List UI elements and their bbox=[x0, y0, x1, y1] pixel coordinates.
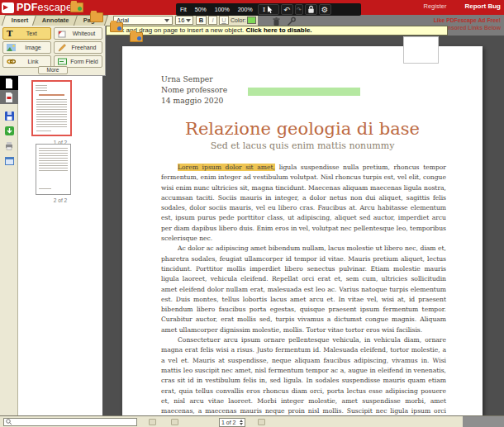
search-input[interactable] bbox=[14, 419, 135, 425]
tab-annotate[interactable]: Annotate bbox=[32, 15, 79, 26]
author-line: Urna Semper bbox=[161, 74, 227, 84]
register-link[interactable]: Register bbox=[424, 2, 447, 10]
document-body: Lorem ipsum dolor sit amet, ligula suspe… bbox=[161, 163, 446, 427]
text-tool-icon: T bbox=[7, 30, 12, 38]
insert-tool-palette: TText Whiteout Image Freehand Link Form … bbox=[0, 26, 106, 76]
zoom-100-button[interactable]: 100% bbox=[211, 3, 234, 16]
settings-gear-icon[interactable]: ⚙ bbox=[319, 4, 331, 15]
resize-corner bbox=[463, 416, 504, 427]
image-tool-button[interactable]: Image bbox=[2, 41, 51, 54]
thumbnail-label: 2 of 2 bbox=[18, 197, 102, 203]
author-line: Nome professore bbox=[161, 84, 227, 95]
paragraph: Ac dolor ac adipiscing amet bibendum nul… bbox=[161, 244, 446, 335]
thumb-content bbox=[36, 99, 67, 127]
page-thumbnail-2[interactable] bbox=[36, 144, 71, 195]
page-icon bbox=[5, 78, 13, 88]
chevron-down-icon bbox=[186, 19, 191, 22]
search-prev-button[interactable] bbox=[149, 419, 156, 425]
ad-placeholder bbox=[403, 36, 439, 64]
thumb-content bbox=[39, 188, 51, 191]
more-tools-button[interactable]: More bbox=[38, 66, 68, 74]
disable-hint-link[interactable]: Click here to disable. bbox=[246, 26, 312, 34]
text-tool-button[interactable]: TText bbox=[2, 27, 51, 40]
freehand-tool-button[interactable]: Freehand bbox=[54, 41, 102, 54]
form-field-icon bbox=[58, 58, 67, 65]
bold-button[interactable]: B bbox=[196, 16, 207, 25]
download-icon bbox=[5, 126, 14, 135]
window-icon bbox=[5, 157, 14, 165]
go-to-page-button[interactable] bbox=[258, 419, 265, 425]
paragraph: Consectetuer arcu ipsum ornare pellentes… bbox=[161, 335, 446, 427]
yellow-highlight-annotation[interactable]: Lorem ipsum dolor sit amet, bbox=[178, 164, 275, 171]
text-cursor-icon: I bbox=[263, 7, 265, 13]
save-button[interactable] bbox=[0, 109, 18, 123]
pdf-page-icon bbox=[5, 93, 13, 102]
search-next-button[interactable] bbox=[171, 419, 178, 425]
font-size-select[interactable]: 16 bbox=[175, 16, 193, 25]
brand-name: PDFescape bbox=[17, 2, 72, 13]
chevron-down-icon bbox=[164, 19, 169, 22]
pdf-view-button[interactable] bbox=[0, 90, 18, 104]
spinner-arrows-icon[interactable] bbox=[240, 420, 243, 425]
thumb-content bbox=[36, 85, 47, 92]
color-label: Color: bbox=[231, 17, 246, 23]
pointer-cursor-icon bbox=[267, 6, 273, 14]
underline-button[interactable]: U bbox=[219, 16, 229, 25]
link-icon bbox=[7, 58, 16, 65]
notification-bar: Click and drag on page to insert a new o… bbox=[106, 26, 448, 36]
zoom-fit-button[interactable]: Fit bbox=[176, 3, 191, 16]
print-button[interactable] bbox=[0, 139, 18, 153]
page-select[interactable]: 1 of 2 bbox=[219, 418, 245, 427]
printer-icon bbox=[4, 141, 14, 150]
logo: PDFescape bbox=[2, 1, 72, 14]
lock-icon[interactable] bbox=[305, 4, 317, 15]
badge bbox=[117, 26, 121, 31]
badge bbox=[78, 7, 82, 11]
save-floppy-icon bbox=[5, 111, 14, 121]
pdfescape-logo-icon bbox=[2, 2, 14, 13]
redo-icon[interactable]: ↷ bbox=[295, 4, 303, 15]
search-icon bbox=[6, 419, 12, 425]
download-button[interactable] bbox=[0, 124, 18, 138]
image-icon bbox=[7, 44, 16, 51]
folder-share-icon[interactable] bbox=[130, 32, 143, 42]
page-thumbnail-1[interactable] bbox=[31, 80, 72, 136]
paragraph: Lorem ipsum dolor sit amet, ligula suspe… bbox=[161, 163, 446, 244]
zoom-toolbar: Fit 50% 100% 200% I ↶ ↷ ⚙ bbox=[176, 3, 361, 16]
author-line: 14 maggio 2020 bbox=[161, 95, 227, 106]
whiteout-icon bbox=[58, 30, 66, 38]
zoom-200-button[interactable]: 200% bbox=[234, 3, 257, 16]
document-title: Relazione geologia di base bbox=[155, 119, 449, 139]
left-icon-rail bbox=[0, 76, 18, 415]
zoom-50-button[interactable]: 50% bbox=[191, 3, 211, 16]
folder-history-icon[interactable] bbox=[110, 22, 123, 32]
report-bug-link[interactable]: Report Bug bbox=[464, 2, 501, 10]
thumb-title-line bbox=[39, 94, 64, 96]
search-box bbox=[3, 418, 137, 426]
author-block: Urna Semper Nome professore 14 maggio 20… bbox=[161, 74, 227, 106]
thumb-content bbox=[36, 130, 51, 133]
folder-save-icon[interactable] bbox=[90, 12, 103, 22]
thumb-content bbox=[39, 148, 68, 171]
pencil-icon bbox=[58, 44, 66, 52]
status-bar: 1 of 2 bbox=[0, 415, 504, 427]
page-view-button[interactable] bbox=[0, 76, 18, 90]
thumbnail-panel: 1 of 2 2 of 2 bbox=[18, 76, 102, 415]
document-subtitle: Sed et lacus quis enim mattis nonummy bbox=[155, 140, 449, 151]
open-in-window-button[interactable] bbox=[0, 154, 18, 168]
color-swatch[interactable] bbox=[247, 17, 256, 24]
folder-open-icon[interactable] bbox=[70, 2, 83, 12]
italic-button[interactable]: I bbox=[208, 16, 217, 25]
whiteout-tool-button[interactable]: Whiteout bbox=[54, 27, 102, 40]
pdf-page[interactable]: Urna Semper Nome professore 14 maggio 20… bbox=[122, 46, 483, 415]
ad-line: Like PDFescape Ad Free! bbox=[434, 17, 501, 24]
select-tool-button[interactable]: I bbox=[258, 4, 279, 15]
badge bbox=[137, 36, 141, 40]
ribbon: Insert Annotate Page Arial 16 B I U Colo… bbox=[0, 15, 258, 26]
undo-icon[interactable]: ↶ bbox=[281, 4, 293, 15]
tab-bar: Insert Annotate Page bbox=[3, 15, 104, 26]
green-highlight-annotation[interactable] bbox=[248, 88, 360, 96]
